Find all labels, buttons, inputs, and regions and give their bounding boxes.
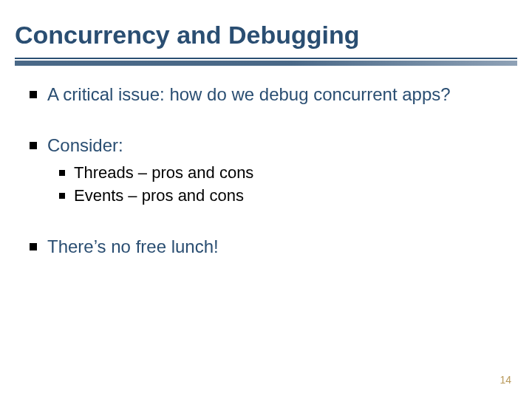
square-bullet-icon (59, 170, 65, 176)
slide: Concurrency and Debugging A critical iss… (0, 0, 532, 399)
sub-bullet-text: Events – pros and cons (74, 185, 244, 207)
square-bullet-icon (30, 142, 37, 149)
square-bullet-icon (30, 91, 37, 98)
bullet-text: There’s no free lunch! (47, 235, 510, 258)
slide-content: A critical issue: how do we debug concur… (30, 83, 510, 286)
bullet-text: Consider: (47, 134, 510, 157)
bullet-text: A critical issue: how do we debug concur… (47, 83, 510, 106)
title-rule (15, 58, 517, 59)
bullet-level1: There’s no free lunch! (30, 235, 510, 258)
sub-bullet-text: Threads – pros and cons (74, 163, 253, 184)
bullet-level1: Consider: (30, 134, 510, 157)
bullet-level1: A critical issue: how do we debug concur… (30, 83, 510, 106)
page-number: 14 (499, 374, 511, 386)
square-bullet-icon (59, 193, 65, 199)
title-underline-bar (15, 61, 517, 66)
bullet-level2: Threads – pros and cons (59, 163, 510, 184)
square-bullet-icon (30, 243, 37, 250)
slide-title: Concurrency and Debugging (15, 21, 360, 50)
bullet-level2: Events – pros and cons (59, 185, 510, 207)
sub-bullet-list: Threads – pros and cons Events – pros an… (59, 163, 510, 206)
